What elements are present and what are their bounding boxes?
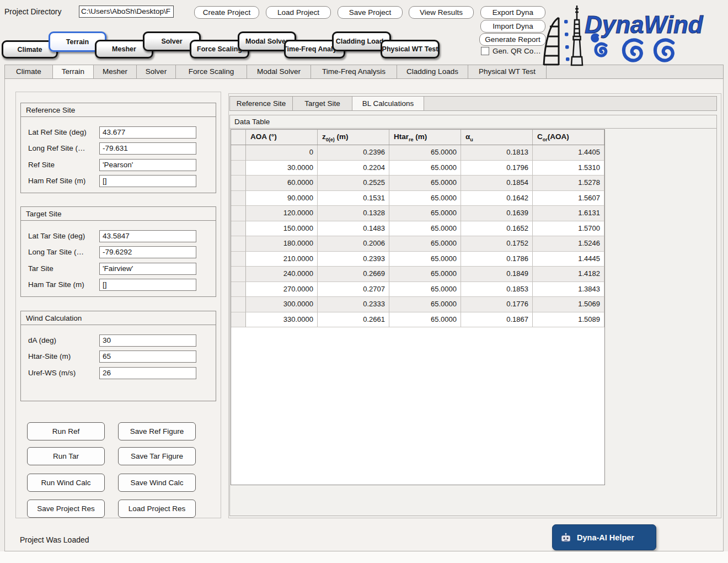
table-cell-aoa[interactable]: 60.0000 <box>246 176 318 191</box>
import-dyna-button[interactable]: Import Dyna <box>480 20 545 33</box>
save-wind-calc-button[interactable]: Save Wind Calc <box>118 474 196 492</box>
tab-reference-site[interactable]: Reference Site <box>230 97 293 110</box>
table-cell-cor-aoa[interactable]: 1.5700 <box>533 221 604 237</box>
table-cell-htar[interactable]: 65.0000 <box>389 161 461 176</box>
table-cell-aoa[interactable]: 0 <box>246 145 318 161</box>
row-header-cell[interactable] <box>231 161 246 176</box>
ref-site-input[interactable]: 'Pearson' <box>99 159 196 171</box>
column-header-aoa[interactable]: AOA (°) <box>246 130 318 145</box>
table-cell-alpha-u[interactable]: 0.1813 <box>461 145 533 161</box>
tab-physical-wt[interactable]: Physical WT Test <box>468 65 547 78</box>
table-cell-alpha-u[interactable]: 0.1652 <box>461 221 533 237</box>
lat-ref-site-input[interactable]: 43.677 <box>99 126 196 139</box>
row-header-cell[interactable] <box>231 312 246 328</box>
row-header-cell[interactable] <box>231 297 246 312</box>
table-cell-alpha-u[interactable]: 0.1853 <box>461 282 533 298</box>
export-dyna-button[interactable]: Export Dyna <box>480 6 545 19</box>
table-cell-htar[interactable]: 65.0000 <box>389 236 461 252</box>
table-cell-htar[interactable]: 65.0000 <box>389 297 461 312</box>
table-cell-htar[interactable]: 65.0000 <box>389 312 461 328</box>
table-cell-z0e[interactable]: 0.2525 <box>318 176 389 191</box>
table-cell-htar[interactable]: 65.0000 <box>389 252 461 267</box>
run-ref-button[interactable]: Run Ref <box>27 422 105 440</box>
table-cell-alpha-u[interactable]: 0.1796 <box>461 161 533 176</box>
table-cell-z0e[interactable]: 0.1483 <box>318 221 389 237</box>
table-cell-cor-aoa[interactable]: 1.5278 <box>533 176 604 191</box>
ham-tar-site-input[interactable]: [] <box>99 279 196 291</box>
table-cell-alpha-u[interactable]: 0.1786 <box>461 252 533 267</box>
table-cell-alpha-u[interactable]: 0.1642 <box>461 191 533 206</box>
save-tar-figure-button[interactable]: Save Tar Figure <box>118 447 196 465</box>
column-header-cor-aoa[interactable]: Cor(AOA) <box>533 130 604 145</box>
table-cell-cor-aoa[interactable]: 1.5069 <box>533 297 604 312</box>
run-tar-button[interactable]: Run Tar <box>27 447 105 465</box>
table-cell-htar[interactable]: 65.0000 <box>389 145 461 161</box>
table-cell-z0e[interactable]: 0.2393 <box>318 252 389 267</box>
table-cell-cor-aoa[interactable]: 1.5246 <box>533 236 604 252</box>
table-cell-cor-aoa[interactable]: 1.6131 <box>533 206 604 221</box>
row-header-cell[interactable] <box>231 252 246 267</box>
view-results-button[interactable]: View Results <box>409 6 474 19</box>
table-cell-htar[interactable]: 65.0000 <box>389 176 461 191</box>
table-cell-htar[interactable]: 65.0000 <box>389 191 461 206</box>
long-ref-site-input[interactable]: -79.631 <box>99 142 196 155</box>
table-cell-htar[interactable]: 65.0000 <box>389 221 461 237</box>
table-cell-aoa[interactable]: 90.0000 <box>246 191 318 206</box>
ham-ref-site-input[interactable]: [] <box>99 175 196 187</box>
tab-bl-calculations[interactable]: BL Calculations <box>352 97 424 110</box>
da-input[interactable]: 30 <box>99 334 196 347</box>
row-header-cell[interactable] <box>231 191 246 206</box>
table-cell-aoa[interactable]: 330.0000 <box>246 312 318 328</box>
tab-modal-solver[interactable]: Modal Solver <box>247 65 311 78</box>
table-cell-htar[interactable]: 65.0000 <box>389 267 461 282</box>
htar-site-input[interactable]: 65 <box>99 350 196 363</box>
table-cell-aoa[interactable]: 30.0000 <box>246 161 318 176</box>
column-header-z0e[interactable]: z0(e) (m) <box>318 130 389 145</box>
table-cell-alpha-u[interactable]: 0.1639 <box>461 206 533 221</box>
table-cell-alpha-u[interactable]: 0.1776 <box>461 297 533 312</box>
table-cell-alpha-u[interactable]: 0.1849 <box>461 267 533 282</box>
table-cell-htar[interactable]: 65.0000 <box>389 282 461 298</box>
table-cell-z0e[interactable]: 0.2661 <box>318 312 389 328</box>
tab-target-site[interactable]: Target Site <box>293 97 352 110</box>
row-header-cell[interactable] <box>231 221 246 237</box>
tab-time-freq[interactable]: Time-Freq Analysis <box>311 65 397 78</box>
load-project-res-button[interactable]: Load Project Res <box>118 500 196 518</box>
load-project-button[interactable]: Load Project <box>266 6 331 19</box>
table-cell-htar[interactable]: 65.0000 <box>389 206 461 221</box>
tab-climate[interactable]: Climate <box>5 65 53 78</box>
table-cell-cor-aoa[interactable]: 1.4405 <box>533 145 604 161</box>
generate-report-button[interactable]: Generate Report <box>479 33 546 46</box>
table-cell-z0e[interactable]: 0.2006 <box>318 236 389 252</box>
tab-cladding-loads[interactable]: Cladding Loads <box>397 65 468 78</box>
table-cell-z0e[interactable]: 0.1531 <box>318 191 389 206</box>
table-cell-z0e[interactable]: 0.1328 <box>318 206 389 221</box>
column-header-htar[interactable]: Htarre (m) <box>389 130 461 145</box>
column-header-alpha-u[interactable]: αu <box>461 130 533 145</box>
tab-mesher[interactable]: Mesher <box>94 65 137 78</box>
table-cell-z0e[interactable]: 0.2707 <box>318 282 389 298</box>
table-cell-cor-aoa[interactable]: 1.5310 <box>533 161 604 176</box>
row-header-cell[interactable] <box>231 282 246 298</box>
gen-qr-checkbox[interactable] <box>481 47 489 55</box>
tar-site-input[interactable]: 'Fairview' <box>99 263 196 275</box>
tab-solver[interactable]: Solver <box>137 65 176 78</box>
run-wind-calc-button[interactable]: Run Wind Calc <box>27 474 105 492</box>
table-cell-aoa[interactable]: 300.0000 <box>246 297 318 312</box>
table-cell-aoa[interactable]: 180.0000 <box>246 236 318 252</box>
table-cell-alpha-u[interactable]: 0.1752 <box>461 236 533 252</box>
lat-tar-site-input[interactable]: 43.5847 <box>99 230 196 242</box>
table-cell-aoa[interactable]: 270.0000 <box>246 282 318 298</box>
row-header-cell[interactable] <box>231 267 246 282</box>
uref-ws-input[interactable]: 26 <box>99 367 196 379</box>
save-project-res-button[interactable]: Save Project Res <box>27 500 105 518</box>
save-ref-figure-button[interactable]: Save Ref Figure <box>118 422 196 440</box>
long-tar-site-input[interactable]: -79.6292 <box>99 246 196 258</box>
row-header-cell[interactable] <box>231 236 246 252</box>
row-header-cell[interactable] <box>231 145 246 161</box>
row-header-cell[interactable] <box>231 176 246 191</box>
tab-force-scaling[interactable]: Force Scaling <box>176 65 247 78</box>
table-cell-cor-aoa[interactable]: 1.4445 <box>533 252 604 267</box>
row-header-cell[interactable] <box>231 206 246 221</box>
project-directory-input[interactable]: C:\Users\AboSh\Desktop\F <box>79 6 174 18</box>
